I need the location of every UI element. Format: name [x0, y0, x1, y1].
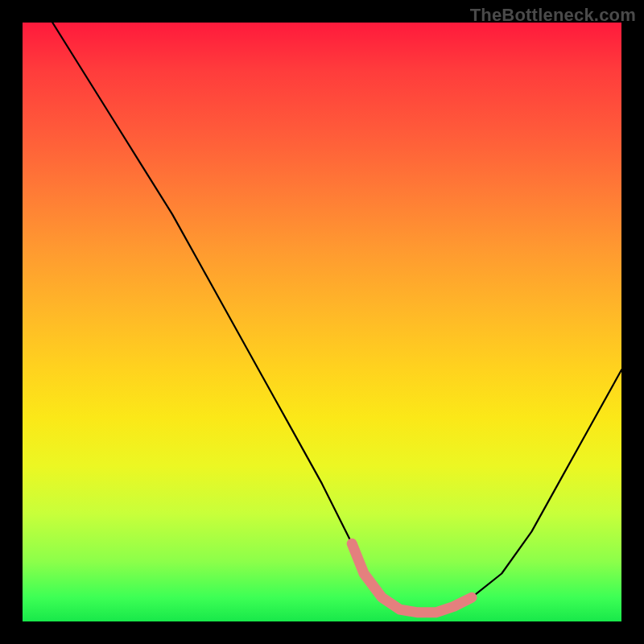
plot-area — [23, 23, 621, 621]
bottleneck-curve — [52, 23, 621, 613]
optimal-band — [352, 543, 472, 613]
curve-layer — [23, 23, 621, 621]
watermark-text: TheBottleneck.com — [470, 5, 636, 26]
chart-frame: TheBottleneck.com — [0, 0, 644, 644]
